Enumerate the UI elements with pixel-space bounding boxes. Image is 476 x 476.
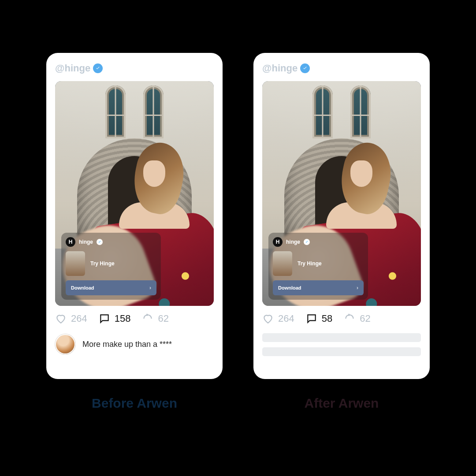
hinge-logo-icon: H xyxy=(66,237,75,247)
comment-button[interactable]: 58 xyxy=(306,313,332,324)
empty-comment-placeholder xyxy=(262,333,421,356)
share-button[interactable]: 62 xyxy=(344,313,370,324)
share-icon xyxy=(344,313,355,324)
verified-badge-icon xyxy=(93,63,103,73)
promo-thumbnail xyxy=(66,251,85,276)
account-handle[interactable]: @hinge xyxy=(55,63,90,74)
share-button[interactable]: 62 xyxy=(142,313,168,324)
chevron-right-icon: › xyxy=(149,285,151,291)
post-image[interactable]: H hinge Try Hinge Download › xyxy=(55,81,214,306)
caption-before: Before Arwen xyxy=(46,396,223,411)
share-icon xyxy=(142,313,153,324)
promo-brand: hinge xyxy=(79,239,93,245)
download-label: Download xyxy=(71,285,94,290)
like-count: 264 xyxy=(278,313,294,324)
post-card-after: @hinge H hinge xyxy=(253,53,430,379)
caption-after: After Arwen xyxy=(253,396,430,411)
caption-row: Before Arwen After Arwen xyxy=(46,396,430,411)
promo-cta: Try Hinge xyxy=(298,260,322,267)
post-image[interactable]: H hinge Try Hinge Download › xyxy=(262,81,421,306)
post-card-before: @hinge H hinge xyxy=(46,53,223,379)
heart-icon xyxy=(262,313,274,324)
like-count: 264 xyxy=(71,313,87,324)
promo-thumbnail xyxy=(273,251,292,276)
promo-body: Try Hinge xyxy=(66,251,156,276)
placeholder-line xyxy=(262,347,421,356)
comment-count: 58 xyxy=(322,313,332,324)
comment-icon xyxy=(99,313,110,324)
verified-badge-icon xyxy=(97,239,103,245)
comment-icon xyxy=(306,313,317,324)
comment-button[interactable]: 158 xyxy=(99,313,131,324)
comparison-row: @hinge H hinge xyxy=(46,53,430,379)
comment-row: More make up than a **** xyxy=(55,334,214,354)
promo-body: Try Hinge xyxy=(273,251,364,276)
placeholder-line xyxy=(262,333,421,342)
download-label: Download xyxy=(278,285,301,290)
promo-brand: hinge xyxy=(286,239,300,245)
promo-header: H hinge xyxy=(66,237,156,247)
verified-badge-icon xyxy=(304,239,310,245)
promo-overlay: H hinge Try Hinge Download › xyxy=(268,233,368,300)
heart-icon xyxy=(55,313,67,324)
handle-row: @hinge xyxy=(55,63,214,74)
commenter-avatar[interactable] xyxy=(55,334,75,354)
account-handle[interactable]: @hinge xyxy=(262,63,298,74)
handle-row: @hinge xyxy=(262,63,421,74)
hinge-logo-icon: H xyxy=(273,237,283,247)
download-button[interactable]: Download › xyxy=(66,280,156,295)
like-button[interactable]: 264 xyxy=(55,313,87,324)
verified-badge-icon xyxy=(300,63,310,73)
stats-row: 264 58 62 xyxy=(262,313,421,324)
promo-header: H hinge xyxy=(273,237,364,247)
download-button[interactable]: Download › xyxy=(273,280,364,295)
stats-row: 264 158 62 xyxy=(55,313,214,324)
comment-text: More make up than a **** xyxy=(82,340,172,349)
comment-count: 158 xyxy=(115,313,131,324)
share-count: 62 xyxy=(360,313,370,324)
promo-overlay: H hinge Try Hinge Download › xyxy=(61,233,161,300)
chevron-right-icon: › xyxy=(357,285,358,291)
promo-cta: Try Hinge xyxy=(90,260,115,267)
share-count: 62 xyxy=(158,313,168,324)
like-button[interactable]: 264 xyxy=(262,313,294,324)
